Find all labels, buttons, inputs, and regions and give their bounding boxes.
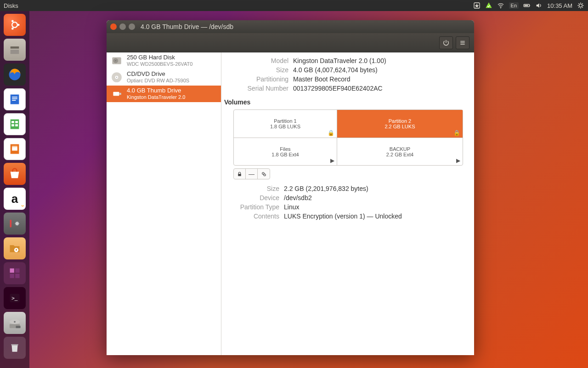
label-partitioning: Partitioning xyxy=(229,75,288,83)
device-thumb-drive[interactable]: 4.0 GB Thumb DriveKingston DataTraveler … xyxy=(107,86,221,102)
trash-icon[interactable] xyxy=(4,337,26,359)
svg-rect-43 xyxy=(460,44,464,44)
network-indicator[interactable] xyxy=(497,2,504,9)
firefox-icon[interactable] xyxy=(4,63,26,86)
libreoffice-writer-icon[interactable] xyxy=(4,88,26,110)
volume-sub: 1.8 GB Ext4 xyxy=(271,152,299,157)
delete-volume-button[interactable]: — xyxy=(246,169,258,179)
lock-icon: 🔒 xyxy=(328,130,334,136)
svg-rect-51 xyxy=(119,93,121,95)
dash-icon[interactable] xyxy=(4,14,26,36)
window-titlebar[interactable]: 4.0 GB Thumb Drive — /dev/sdb xyxy=(107,20,474,33)
label-serial: Serial Number xyxy=(229,85,288,92)
value-contents: LUKS Encryption (version 1) — Unlocked xyxy=(284,213,463,220)
svg-point-11 xyxy=(11,28,14,30)
device-hard-disk[interactable]: 250 GB Hard DiskWDC WD2500BEVS-26VAT0 xyxy=(107,52,221,69)
value-ptype: Linux xyxy=(284,203,463,211)
label-contents: Contents xyxy=(229,213,279,220)
volumes-graph: Partition 1 1.8 GB LUKS 🔒 Partition 2 2.… xyxy=(233,109,463,166)
svg-point-10 xyxy=(11,20,14,23)
volume-title: Partition 2 xyxy=(389,118,412,124)
volume-sub: 2.2 GB LUKS xyxy=(384,124,415,129)
backup-folder-icon[interactable] xyxy=(4,237,26,259)
svg-rect-18 xyxy=(12,100,16,101)
disks-window: 4.0 GB Thumb Drive — /dev/sdb 250 GB Har… xyxy=(107,20,474,355)
keyboard-layout-indicator[interactable]: En xyxy=(509,2,519,9)
svg-text:>_: >_ xyxy=(11,295,18,301)
volume-partition-1[interactable]: Partition 1 1.8 GB LUKS 🔒 xyxy=(234,110,337,138)
update-indicator[interactable] xyxy=(485,2,492,9)
svg-point-54 xyxy=(263,173,265,175)
volume-title: Files xyxy=(280,146,290,152)
svg-rect-26 xyxy=(12,146,17,147)
volume-title: BACKUP xyxy=(390,146,410,152)
disks-app-icon[interactable] xyxy=(4,312,26,334)
session-indicator[interactable] xyxy=(577,2,584,9)
value-serial: 00137299805EF940E62402AC xyxy=(293,85,463,92)
window-close-button[interactable] xyxy=(110,23,117,30)
svg-rect-52 xyxy=(238,173,241,176)
svg-point-3 xyxy=(500,7,501,8)
device-name: 4.0 GB Thumb Drive xyxy=(127,87,185,94)
svg-point-7 xyxy=(579,4,582,7)
battery-indicator[interactable] xyxy=(523,2,531,9)
svg-point-9 xyxy=(17,24,20,26)
label-size: Size xyxy=(229,66,288,74)
starred-indicator[interactable] xyxy=(473,2,481,9)
svg-marker-1 xyxy=(475,4,479,8)
svg-rect-39 xyxy=(16,326,21,328)
device-sub: Kingston DataTraveler 2.0 xyxy=(127,94,185,100)
svg-point-49 xyxy=(116,77,117,78)
workspace-switcher-icon[interactable] xyxy=(4,262,26,284)
volumes-heading: Volumes xyxy=(224,98,463,106)
volume-backup[interactable]: BACKUP 2.2 GB Ext4 ▶ xyxy=(337,138,463,165)
svg-rect-23 xyxy=(15,124,18,126)
svg-rect-22 xyxy=(11,124,14,126)
system-settings-icon[interactable] xyxy=(4,213,26,235)
svg-rect-15 xyxy=(11,95,19,104)
device-name: CD/DVD Drive xyxy=(127,71,189,78)
svg-rect-12 xyxy=(11,46,19,49)
label-model: Model xyxy=(229,57,288,64)
volume-sub: 2.2 GB Ext4 xyxy=(386,152,413,157)
device-list: 250 GB Hard DiskWDC WD2500BEVS-26VAT0 CD… xyxy=(107,52,221,355)
value-psize: 2.2 GB (2,201,976,832 bytes) xyxy=(284,185,463,192)
ubuntu-software-icon[interactable] xyxy=(4,163,26,185)
svg-point-8 xyxy=(12,22,17,28)
libreoffice-impress-icon[interactable] xyxy=(4,138,26,160)
svg-rect-30 xyxy=(10,269,14,273)
volume-options-button[interactable] xyxy=(258,169,270,179)
power-off-drive-button[interactable] xyxy=(439,36,453,49)
svg-rect-31 xyxy=(15,269,19,273)
top-menubar: Disks En 10:35 AM xyxy=(0,0,588,11)
svg-rect-29 xyxy=(16,249,17,251)
svg-rect-25 xyxy=(12,147,17,150)
volume-partition-2[interactable]: Partition 2 2.2 GB LUKS 🔒 xyxy=(337,110,463,138)
svg-rect-42 xyxy=(460,42,464,43)
sound-indicator[interactable] xyxy=(535,2,543,9)
window-maximize-button[interactable] xyxy=(129,23,135,30)
lock-volume-button[interactable] xyxy=(234,169,246,179)
window-title: 4.0 GB Thumb Drive — /dev/sdb xyxy=(141,23,233,30)
value-partitioning: Master Boot Record xyxy=(293,75,463,83)
files-icon[interactable] xyxy=(4,39,26,61)
svg-point-46 xyxy=(115,60,116,61)
device-cd-dvd[interactable]: CD/DVD DriveOptiarc DVD RW AD-7590S xyxy=(107,69,221,86)
terminal-icon[interactable]: >_ xyxy=(4,287,26,309)
svg-rect-41 xyxy=(460,41,464,41)
amazon-icon[interactable]: a⌣ xyxy=(4,188,26,210)
svg-rect-40 xyxy=(11,344,18,345)
play-icon: ▶ xyxy=(330,157,334,164)
svg-rect-21 xyxy=(15,121,18,123)
libreoffice-calc-icon[interactable] xyxy=(4,113,26,135)
device-detail-pane: ModelKingston DataTraveler 2.0 (1.00) Si… xyxy=(221,52,474,355)
clock[interactable]: 10:35 AM xyxy=(547,2,572,9)
partition-summary: Size2.2 GB (2,201,976,832 bytes) Device/… xyxy=(229,185,463,220)
drive-menu-button[interactable] xyxy=(456,36,469,49)
volume-files[interactable]: Files 1.8 GB Ext4 ▶ xyxy=(234,138,337,165)
header-toolbar xyxy=(107,33,474,52)
device-sub: WDC WD2500BEVS-26VAT0 xyxy=(127,61,192,67)
window-minimize-button[interactable] xyxy=(119,23,126,30)
volume-title: Partition 1 xyxy=(274,118,297,124)
svg-rect-6 xyxy=(529,5,530,6)
